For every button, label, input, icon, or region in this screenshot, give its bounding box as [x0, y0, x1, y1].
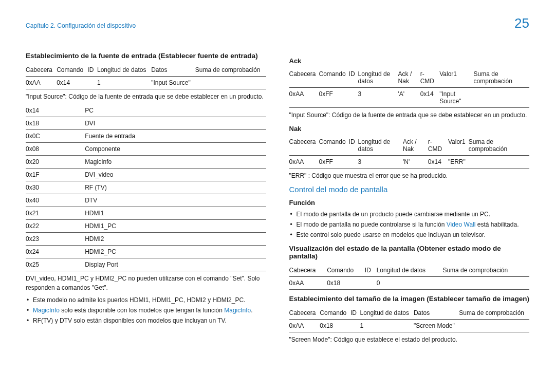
th: Cabecera: [26, 64, 57, 77]
th: ID: [87, 64, 97, 77]
list-item: Este modelo no admite los puertos HDMI1,…: [26, 295, 266, 305]
funcion-bullets: El modo de pantalla de un producto puede…: [289, 210, 530, 239]
table-row: 0xAA0xFF 3 'A'0x14 "Input Source": [289, 88, 530, 108]
table-row: 0xAA0x18 1 "Screen Mode": [289, 319, 530, 332]
th: Longitud de datos: [97, 64, 151, 77]
list-item: MagicInfo solo está disponible con los m…: [26, 306, 266, 315]
input-set-table: Cabecera Comando ID Longitud de datos Da…: [26, 64, 266, 89]
blue-term: MagicInfo: [224, 307, 251, 314]
table-row: 0x08Componente: [26, 143, 266, 156]
chapter-label: Capítulo 2. Configuración del dispositiv…: [26, 22, 136, 29]
nak-table: CabeceraComando IDLongitud de datos Ack …: [289, 136, 530, 169]
est-table: CabeceraComando IDLongitud de datos Dato…: [289, 307, 530, 332]
ack-table: CabeceraComando IDLongitud de datos Ack …: [289, 68, 530, 108]
page-header: Capítulo 2. Configuración del dispositiv…: [26, 15, 529, 31]
note: "Screen Mode": Código que establece el e…: [289, 335, 530, 344]
th: Datos: [151, 64, 195, 77]
note: "Input Source": Código de la fuente de e…: [289, 111, 530, 120]
left-heading: Establecimiento de la fuente de entrada …: [26, 52, 266, 60]
list-item: Este control solo puede usarse en modelo…: [289, 230, 530, 239]
table-row: 0x25Display Port: [26, 258, 266, 271]
th: Comando: [57, 64, 87, 77]
section-heading: Control del modo de pantalla: [289, 185, 530, 194]
ack-heading: Ack: [289, 57, 530, 65]
table-row: 0x18DVI: [26, 117, 266, 130]
funcion-heading: Función: [289, 199, 530, 207]
nak-heading: Nak: [289, 125, 530, 133]
left-bullets: Este modelo no admite los puertos HDMI1,…: [26, 295, 266, 325]
input-codes-table: 0x14PC0x18DVI0x0CFuente de entrada0x08Co…: [26, 104, 266, 271]
table-row: 0x20MagicInfo: [26, 156, 266, 169]
list-item: El modo de pantalla de un producto puede…: [289, 210, 530, 219]
vis-table: CabeceraComando IDLongitud de datos Suma…: [289, 264, 530, 290]
table-row: 0x22HDMI1_PC: [26, 220, 266, 233]
table-row: 0xAA0xFF 3 'N'0x14 "ERR": [289, 156, 530, 169]
table-row: 0x23HDMI2: [26, 233, 266, 246]
table-row: 0x0CFuente de entrada: [26, 130, 266, 143]
est-heading: Establecimiento del tamaño de la imagen …: [289, 295, 530, 303]
vis-heading: Visualización del estado de la pantalla …: [289, 245, 530, 260]
note: DVI_video, HDMI1_PC y HDMI2_PC no pueden…: [26, 274, 266, 292]
list-item: El modo de pantalla no puede controlarse…: [289, 220, 530, 229]
th: Suma de comprobación: [195, 64, 266, 77]
table-row: 0x40DTV: [26, 194, 266, 207]
table-row: 0xAA0x18 0: [289, 276, 530, 289]
table-row: 0x30RF (TV): [26, 181, 266, 194]
table-row: 0x14PC: [26, 104, 266, 117]
right-column: Ack CabeceraComando IDLongitud de datos …: [289, 52, 530, 347]
page-number: 25: [514, 15, 529, 31]
list-item: RF(TV) y DTV solo están disponibles con …: [26, 316, 266, 325]
table-row: 0x24HDMI2_PC: [26, 246, 266, 258]
note: "Input Source": Código de la fuente de e…: [26, 92, 266, 101]
blue-term: Video Wall: [447, 221, 476, 228]
blue-term: MagicInfo: [33, 307, 60, 314]
table-row: 0x1FDVI_video: [26, 169, 266, 181]
note: "ERR" : Código que muestra el error que …: [289, 172, 530, 180]
left-column: Establecimiento de la fuente de entrada …: [26, 52, 266, 347]
table-row: 0xAA 0x14 1 "Input Source": [26, 77, 266, 89]
table-row: 0x21HDMI1: [26, 207, 266, 220]
